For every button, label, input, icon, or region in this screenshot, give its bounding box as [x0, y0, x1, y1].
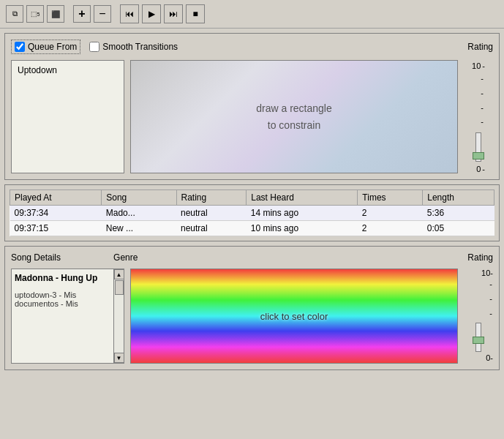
- queue-from-checkbox[interactable]: Queue From: [11, 40, 80, 54]
- col-played-at: Played At: [10, 190, 102, 206]
- song-details-scrollbar: ▲ ▼: [113, 269, 124, 363]
- playlist-box[interactable]: Uptodown: [11, 60, 124, 173]
- remove-icon[interactable]: −: [94, 5, 111, 23]
- song-title: Madonna - Hung Up: [15, 272, 109, 285]
- rating-bottom-value: 0: [476, 165, 481, 173]
- cell-length-2: 0:05: [423, 221, 494, 236]
- col-length: Length: [423, 190, 494, 206]
- bottom-panel: Song Details Genre Rating Madonna - Hung…: [4, 246, 500, 370]
- top-section-content: Uptodown draw a rectangleto constrain 10…: [11, 60, 493, 173]
- bottom-header: Song Details Genre Rating: [11, 252, 493, 263]
- rating-tick-top: 10-: [472, 61, 485, 70]
- cell-played-at-1: 09:37:34: [10, 206, 102, 221]
- top-controls: Queue From Smooth Transitions Rating: [11, 40, 493, 54]
- rating-top-value: 10: [472, 61, 481, 70]
- draw-area[interactable]: draw a rectangleto constrain: [130, 60, 458, 173]
- col-rating: Rating: [176, 190, 247, 206]
- add-icon[interactable]: +: [73, 5, 91, 23]
- cell-played-at-2: 09:37:15: [10, 221, 102, 236]
- cell-times-1: 2: [358, 206, 423, 221]
- slider-track-bottom[interactable]: [475, 323, 481, 352]
- toolbar: ⧉ ⬚5 ⬛ + − ⏮ ▶ ⏭ ■: [0, 0, 504, 29]
- cell-song-2: New ...: [102, 221, 176, 236]
- queue-from-input[interactable]: [15, 42, 25, 52]
- color-picker-text: click to set color: [260, 311, 328, 322]
- playlist-item[interactable]: Uptodown: [15, 64, 121, 77]
- color-picker-area[interactable]: click to set color: [130, 269, 458, 364]
- rating-slider-top: 10- - - - - 0-: [464, 60, 493, 173]
- col-last-heard: Last Heard: [247, 190, 358, 206]
- rating-zero-bottom: 0-: [486, 353, 493, 362]
- col-times: Times: [358, 190, 423, 206]
- scrollbar-up-button[interactable]: ▲: [114, 269, 124, 279]
- slider-thumb-bottom[interactable]: [473, 337, 484, 344]
- cell-last-heard-2: 10 mins ago: [247, 221, 358, 236]
- genre-label: Genre: [113, 252, 138, 263]
- next-icon[interactable]: ⏭: [164, 4, 183, 23]
- rating-slider-bottom: 10- - - - 0-: [464, 269, 493, 361]
- scrollbar-thumb[interactable]: [115, 280, 124, 295]
- song-details-label: Song Details: [11, 252, 61, 263]
- stop-icon[interactable]: ■: [186, 4, 205, 23]
- top-panel: Queue From Smooth Transitions Rating Upt…: [4, 33, 500, 180]
- cell-rating-2: neutral: [176, 221, 247, 236]
- queue-from-label: Queue From: [28, 42, 77, 52]
- table-header-row: Played At Song Rating Last Heard Times L…: [10, 190, 494, 206]
- col-song: Song: [102, 190, 176, 206]
- scrollbar-down-button[interactable]: ▼: [114, 353, 124, 363]
- cell-times-2: 2: [358, 221, 423, 236]
- table-row[interactable]: 09:37:15 New ... neutral 10 mins ago 2 0…: [10, 221, 494, 236]
- table-row[interactable]: 09:37:34 Mado... neutral 14 mins ago 2 5…: [10, 206, 494, 221]
- copy-icon[interactable]: ⧉: [6, 5, 23, 23]
- table-panel: Played At Song Rating Last Heard Times L…: [4, 184, 500, 241]
- rating-top-bottom: 10-: [481, 269, 493, 277]
- draw-area-text: draw a rectangleto constrain: [256, 100, 332, 133]
- slider-thumb-top[interactable]: [473, 152, 484, 160]
- scrollbar-track: [114, 279, 124, 353]
- copy2-icon[interactable]: ⬚5: [26, 5, 44, 23]
- smooth-transitions-label: Smooth Transitions: [102, 42, 178, 52]
- history-table: Played At Song Rating Last Heard Times L…: [10, 190, 494, 236]
- rating-scale-top: 10- - - - - 0-: [472, 61, 485, 173]
- song-info: uptodown-3 - Mis documentos - Mis: [15, 290, 109, 308]
- slider-track-top[interactable]: [475, 132, 481, 162]
- prev-icon[interactable]: ⏮: [120, 4, 139, 23]
- rating-label-top: Rating: [467, 42, 493, 52]
- play-icon[interactable]: ▶: [142, 4, 161, 23]
- paste-icon[interactable]: ⬛: [47, 5, 64, 23]
- rating-label-bottom: Rating: [467, 252, 493, 263]
- cell-last-heard-1: 14 mins ago: [247, 206, 358, 221]
- song-details-box: Madonna - Hung Up uptodown-3 - Mis docum…: [11, 269, 124, 364]
- smooth-transitions-input[interactable]: [89, 42, 99, 52]
- cell-song-1: Mado...: [102, 206, 176, 221]
- cell-length-1: 5:36: [423, 206, 494, 221]
- smooth-transitions-checkbox[interactable]: Smooth Transitions: [89, 42, 178, 52]
- bottom-content: Madonna - Hung Up uptodown-3 - Mis docum…: [11, 269, 493, 364]
- cell-rating-1: neutral: [176, 206, 247, 221]
- rating-bottom-tick: 0-: [476, 165, 485, 173]
